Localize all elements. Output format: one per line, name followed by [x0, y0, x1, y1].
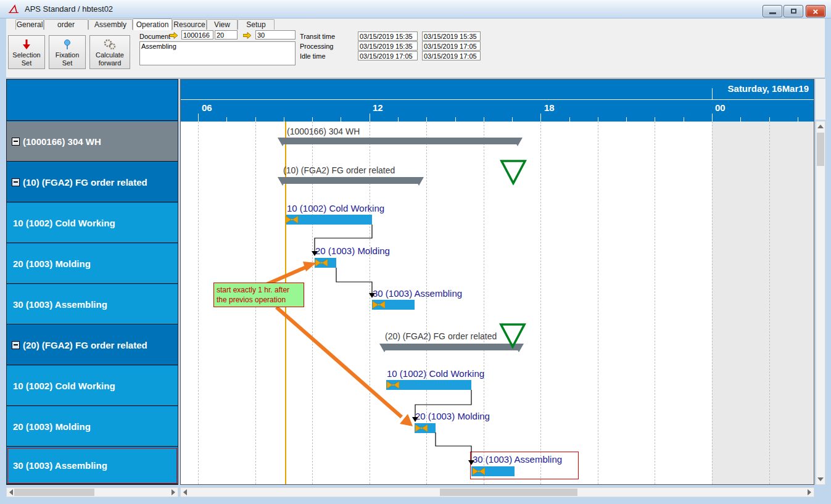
- scroll-right-icon[interactable]: [172, 489, 175, 495]
- chart-horizontal-scrollbar[interactable]: [180, 487, 814, 497]
- fixation-marker-icon: [473, 468, 485, 475]
- operation-to-field[interactable]: 30: [255, 30, 296, 39]
- task-bar-cold-working-1[interactable]: [286, 215, 372, 225]
- fixation-marker-icon: [286, 216, 298, 223]
- task-bar-label: 20 (1003) Molding: [415, 411, 490, 421]
- hour-tick: [540, 114, 541, 122]
- task-bar-label: 30 (1003) Assembling: [473, 454, 562, 465]
- tab-resource[interactable]: Resource: [172, 19, 207, 30]
- idle-end-field[interactable]: 03/15/2019 17:05: [422, 51, 481, 60]
- selection-set-button[interactable]: Selection Set: [8, 35, 45, 69]
- summary-start-triangle: [278, 177, 287, 186]
- hour-tick: [484, 117, 484, 122]
- hour-tick: [370, 114, 370, 122]
- scrollbar-spacer: [816, 79, 825, 120]
- yellow-arrow-icon: [243, 32, 252, 39]
- sidebar-item-fga2-20[interactable]: (20) (FGA2) FG order related: [7, 325, 178, 365]
- gridline: [712, 122, 713, 484]
- calculate-forward-button[interactable]: Calculate forward: [89, 35, 130, 69]
- transit-end-field[interactable]: 03/15/2019 15:35: [422, 31, 481, 41]
- hour-tick: [740, 117, 741, 122]
- gridline: [540, 122, 541, 484]
- sidebar-horizontal-scrollbar[interactable]: [6, 487, 178, 497]
- fixation-marker-icon: [387, 381, 399, 389]
- minimize-button[interactable]: [763, 5, 782, 17]
- document-number-field[interactable]: 1000166: [181, 30, 213, 39]
- tab-order[interactable]: order: [44, 19, 88, 30]
- hour-tick: [341, 117, 341, 122]
- task-bar-label: 30 (1003) Assembling: [373, 288, 462, 299]
- maximize-icon: [791, 9, 796, 14]
- scroll-left-icon[interactable]: [9, 489, 13, 495]
- tab-operation[interactable]: Operation: [133, 19, 172, 30]
- processing-start-field[interactable]: 03/15/2019 15:35: [358, 41, 418, 51]
- hour-tick: [769, 117, 770, 122]
- sidebar-item-order-1000166[interactable]: (1000166) 304 WH: [7, 122, 178, 162]
- hour-label-18: 18: [544, 102, 555, 113]
- collapse-icon[interactable]: [12, 178, 20, 186]
- sidebar-row-label: (10) (FGA2) FG order related: [23, 177, 147, 188]
- pushpin-icon: [62, 39, 72, 50]
- collapse-icon[interactable]: [12, 138, 20, 146]
- scrollbar-thumb[interactable]: [817, 133, 824, 166]
- gridline: [769, 122, 770, 484]
- summary-bar-label: (1000166) 304 WH: [287, 126, 360, 136]
- scrollbar-thumb[interactable]: [440, 489, 577, 496]
- hour-tick: [198, 114, 199, 122]
- chart-vertical-scrollbar[interactable]: [816, 121, 825, 485]
- toolbar-panel: Selection Set Fixation Set Calculate for…: [6, 30, 825, 78]
- tab-setup[interactable]: Setup: [238, 19, 275, 30]
- collapse-icon[interactable]: [12, 341, 20, 349]
- idle-start-field[interactable]: 03/15/2019 17:05: [358, 51, 418, 60]
- sidebar-item-cold-working-1[interactable]: 10 (1002) Cold Working: [7, 203, 178, 243]
- hour-tick: [569, 117, 570, 122]
- scrollbar-thumb[interactable]: [14, 489, 94, 496]
- sidebar-item-fga2-10[interactable]: (10) (FGA2) FG order related: [7, 162, 178, 202]
- summary-bar-order[interactable]: [283, 138, 518, 144]
- sidebar-row-label: 10 (1002) Cold Working: [13, 381, 115, 391]
- close-button[interactable]: ×: [806, 5, 825, 17]
- red-down-arrow-icon: [22, 39, 31, 50]
- hour-tick: [684, 117, 684, 122]
- summary-bar-fga2-10[interactable]: [283, 177, 419, 184]
- transit-time-label: Transit time: [300, 33, 335, 40]
- processing-end-field[interactable]: 03/15/2019 17:05: [422, 41, 481, 51]
- tab-general[interactable]: General: [15, 19, 44, 30]
- scroll-down-icon[interactable]: [817, 477, 824, 481]
- sidebar-item-molding-1[interactable]: 20 (1003) Molding: [7, 244, 178, 284]
- timeline-hour-row: 06 12 18 00: [181, 100, 814, 122]
- yellow-arrow-icon: [170, 32, 178, 39]
- gridline: [370, 122, 370, 484]
- scroll-right-icon[interactable]: [808, 489, 811, 495]
- fixation-set-button[interactable]: Fixation Set: [49, 35, 86, 69]
- scroll-up-icon[interactable]: [817, 125, 824, 128]
- transit-start-field[interactable]: 03/15/2019 15:35: [358, 31, 418, 41]
- sidebar-item-molding-2[interactable]: 20 (1003) Molding: [7, 407, 178, 447]
- tab-strip: General order Assembly Operation Resourc…: [6, 19, 825, 30]
- hour-tick: [798, 117, 798, 122]
- timeline-day-label: Saturday, 16Mar19: [728, 83, 809, 94]
- sidebar-row-label: 20 (1003) Molding: [13, 421, 91, 432]
- due-date-milestone-icon: [499, 323, 526, 349]
- tab-assembly[interactable]: Assembly: [88, 19, 133, 30]
- maximize-button[interactable]: [783, 5, 803, 17]
- hour-tick: [455, 117, 456, 122]
- operation-from-field[interactable]: 20: [215, 30, 238, 39]
- sidebar-item-cold-working-2[interactable]: 10 (1002) Cold Working: [7, 366, 178, 406]
- gears-icon: [102, 39, 117, 50]
- tab-view[interactable]: View: [207, 19, 238, 30]
- sidebar-row-label: (20) (FGA2) FG order related: [23, 340, 147, 350]
- summary-bar-label: (10) (FGA2) FG order related: [283, 165, 395, 175]
- window-title: APS Standard / hbtest02: [25, 4, 113, 14]
- non-working-day-shading: [712, 122, 814, 484]
- hour-label-00: 00: [715, 102, 726, 113]
- hour-tick: [284, 117, 284, 122]
- selection-set-label1: Selection: [9, 51, 44, 59]
- sidebar-row-label: 10 (1002) Cold Working: [13, 218, 115, 228]
- scroll-left-icon[interactable]: [183, 489, 187, 495]
- hour-tick: [312, 117, 313, 122]
- operation-description-field[interactable]: Assembling: [139, 41, 296, 65]
- chart-body[interactable]: (1000166) 304 WH (10) (FGA2) FG order re…: [181, 122, 814, 484]
- sidebar-item-assembling-1[interactable]: 30 (1003) Assembling: [7, 284, 178, 324]
- title-bar: APS Standard / hbtest02 ×: [0, 0, 831, 19]
